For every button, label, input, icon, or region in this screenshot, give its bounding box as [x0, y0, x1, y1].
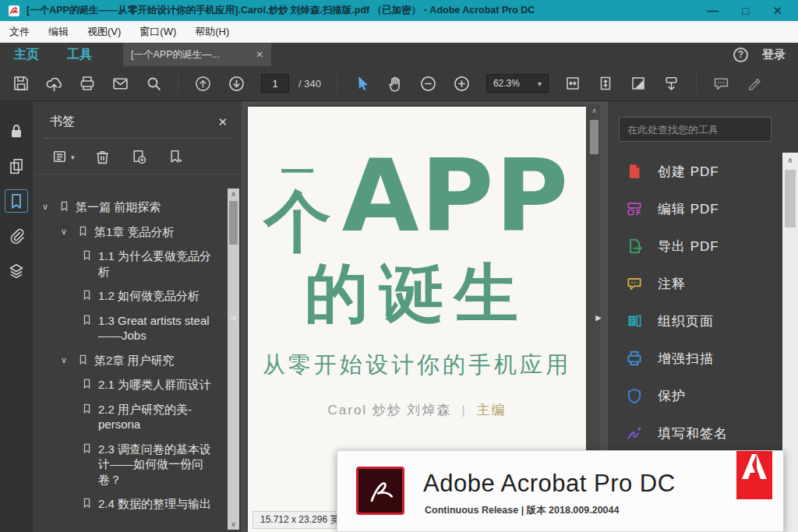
- tools-panel-scrollbar[interactable]: ∧: [782, 153, 798, 532]
- bookmark-label: 第一篇 前期探索: [76, 199, 161, 215]
- page-total-label: / 340: [298, 78, 321, 90]
- fit-width-icon[interactable]: [564, 75, 581, 92]
- close-button[interactable]: ✕: [772, 5, 782, 16]
- toolbar-separator: [178, 73, 178, 93]
- bookmark-label: 1.1 为什么要做竞品分析: [98, 248, 221, 279]
- bookmark-item[interactable]: 2.2 用户研究的美-persona: [33, 397, 226, 437]
- chevron-down-icon[interactable]: ∨: [61, 354, 72, 365]
- comment-bubble-icon[interactable]: [712, 75, 730, 93]
- bookmarks-panel: 书签 ✕ ▾ ∨ 第一篇 前期探索: [33, 101, 242, 532]
- tool-export-pdf[interactable]: 导出 PDF: [608, 227, 782, 265]
- chevron-down-icon[interactable]: ∨: [42, 201, 53, 212]
- bookmark-label: 第1章 竞品分析: [94, 224, 175, 240]
- previous-page-icon[interactable]: [194, 75, 212, 93]
- zoom-out-icon[interactable]: [419, 75, 437, 93]
- collapse-left-pane-icon[interactable]: ◄: [228, 313, 238, 322]
- tab-document[interactable]: [一个APP的诞生—... ✕: [123, 43, 271, 66]
- create-pdf-icon: [625, 162, 644, 181]
- tool-protect[interactable]: 保护: [608, 377, 782, 414]
- tab-home[interactable]: 主页: [0, 43, 53, 66]
- tool-organize-pages[interactable]: 组织页面: [608, 302, 782, 340]
- scrollbar-thumb[interactable]: [590, 120, 598, 154]
- tagged-bookmark-icon[interactable]: [167, 148, 185, 166]
- search-icon[interactable]: [145, 75, 162, 92]
- scrollbar-thumb[interactable]: [229, 201, 238, 245]
- bookmarks-panel-icon[interactable]: [5, 190, 27, 212]
- tool-edit-pdf[interactable]: 编辑 PDF: [608, 190, 782, 227]
- menu-window[interactable]: 窗口(W): [139, 25, 176, 39]
- next-page-icon[interactable]: [228, 75, 245, 93]
- tool-label: 组织页面: [658, 312, 714, 330]
- product-name: Adobe Acrobat Pro DC: [423, 470, 676, 498]
- panel-filler: [782, 101, 798, 153]
- zoom-in-icon[interactable]: [453, 75, 471, 93]
- share-upload-icon[interactable]: [45, 75, 63, 93]
- bookmark-item[interactable]: 1.1 为什么要做竞品分析: [33, 244, 226, 284]
- expand-right-pane-icon[interactable]: ►: [594, 313, 603, 322]
- tool-label: 注释: [658, 275, 686, 293]
- tool-comment[interactable]: 注释: [608, 265, 782, 302]
- tool-label: 填写和签名: [658, 425, 728, 442]
- bookmark-item[interactable]: 2.3 调查问卷的基本设计——如何做一份问卷？: [33, 437, 226, 492]
- touch-mode-icon[interactable]: [662, 75, 680, 93]
- bookmark-item[interactable]: 1.2 如何做竞品分析: [33, 284, 226, 308]
- tool-search-input[interactable]: [619, 117, 772, 142]
- tool-label: 增强扫描: [658, 350, 714, 368]
- tool-enhance-scans[interactable]: 增强扫描: [608, 340, 782, 377]
- help-icon[interactable]: ?: [733, 48, 748, 62]
- zoom-level-value: 62.3%: [493, 78, 520, 89]
- bookmarks-close-icon[interactable]: ✕: [217, 115, 228, 129]
- menu-file[interactable]: 文件: [9, 25, 30, 39]
- hand-tool-icon[interactable]: [386, 75, 404, 93]
- protect-shield-icon: [625, 386, 644, 405]
- scroll-down-icon[interactable]: ∨: [228, 520, 239, 528]
- print-icon[interactable]: [79, 75, 96, 92]
- new-bookmark-icon[interactable]: [130, 148, 148, 166]
- cover-char-yi: 一: [281, 157, 315, 188]
- select-tool-icon[interactable]: [353, 75, 370, 92]
- bookmark-item[interactable]: ∨ 第1章 竞品分析: [33, 220, 226, 245]
- menu-help[interactable]: 帮助(H): [195, 25, 229, 39]
- fullscreen-icon[interactable]: [630, 75, 647, 92]
- left-nav-strip: [0, 101, 33, 532]
- minimize-button[interactable]: —: [707, 5, 719, 16]
- delete-bookmark-trash-icon[interactable]: [94, 148, 111, 166]
- email-icon[interactable]: [111, 75, 129, 93]
- tool-create-pdf[interactable]: 创建 PDF: [608, 153, 782, 190]
- page-number-input[interactable]: [261, 74, 289, 93]
- chevron-down-icon[interactable]: ∨: [61, 226, 72, 237]
- acrobat-app-icon: [8, 5, 20, 17]
- scroll-up-icon[interactable]: ∧: [588, 107, 600, 115]
- attachments-paperclip-icon[interactable]: [5, 225, 27, 247]
- bookmark-label: 2.4 数据的整理与输出: [98, 496, 211, 512]
- menu-view[interactable]: 视图(V): [87, 25, 121, 39]
- tool-fill-sign[interactable]: 填写和签名: [608, 414, 782, 452]
- cover-title-row1: 一 个 APP: [264, 150, 570, 255]
- fit-page-icon[interactable]: [597, 75, 614, 92]
- page-thumbnails-icon[interactable]: [5, 155, 27, 177]
- tab-close-icon[interactable]: ✕: [256, 49, 263, 60]
- maximize-button[interactable]: □: [742, 5, 749, 16]
- bookmark-item[interactable]: 2.1 为哪类人群而设计: [33, 372, 226, 397]
- highlighter-icon[interactable]: [746, 75, 763, 92]
- menu-bar: 文件 编辑 视图(V) 窗口(W) 帮助(H): [0, 21, 798, 43]
- scrollbar-thumb[interactable]: [785, 170, 796, 227]
- bookmarks-tree: ∨ 第一篇 前期探索 ∨ 第1章 竞品分析 1.1 为什么要做竞品分析 1.2 …: [33, 185, 226, 532]
- zoom-level-dropdown[interactable]: 62.3% ▾: [486, 74, 549, 93]
- author-separator: |: [461, 403, 466, 417]
- scroll-up-icon[interactable]: ∧: [782, 156, 798, 164]
- bookmarks-scrollbar[interactable]: ∧ ∨: [228, 188, 239, 530]
- bookmark-item[interactable]: ∨ 第2章 用户研究: [33, 348, 226, 373]
- bookmark-options-icon[interactable]: ▾: [51, 148, 75, 166]
- bookmark-item[interactable]: 2.4 数据的整理与输出: [33, 491, 226, 516]
- layers-icon[interactable]: [5, 260, 27, 282]
- bookmark-item[interactable]: ∨ 第一篇 前期探索: [33, 195, 226, 220]
- security-lock-icon[interactable]: [5, 120, 27, 142]
- sign-in-button[interactable]: 登录: [762, 48, 786, 62]
- tab-tools[interactable]: 工具: [53, 43, 106, 66]
- menu-edit[interactable]: 编辑: [48, 25, 69, 39]
- scroll-up-icon[interactable]: ∧: [228, 190, 239, 198]
- cover-word-app: APP: [342, 150, 570, 242]
- save-icon[interactable]: [12, 75, 30, 92]
- bookmark-item[interactable]: 1.3 Great artists steal——Jobs: [33, 308, 226, 348]
